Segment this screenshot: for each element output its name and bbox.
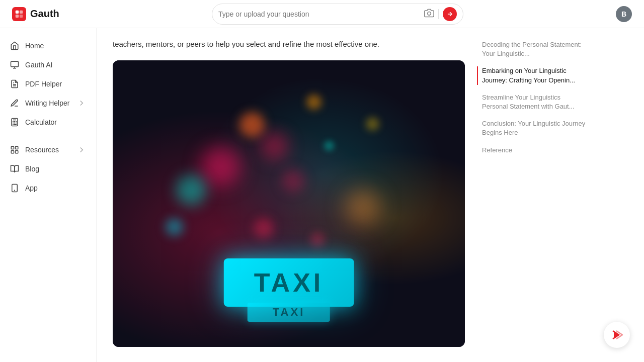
sidebar-label-writing-helper: Writing Helper bbox=[25, 99, 69, 107]
header: Gauth B bbox=[0, 0, 644, 28]
sidebar-label-calculator: Calculator bbox=[25, 118, 57, 126]
svg-rect-21 bbox=[16, 146, 18, 149]
toc-sidebar: Decoding the Personal Statement: Your Li… bbox=[477, 38, 588, 352]
sidebar-item-pdf-helper[interactable]: PDF Helper bbox=[0, 74, 96, 94]
logo[interactable]: Gauth bbox=[12, 7, 59, 21]
camera-icon[interactable] bbox=[424, 8, 434, 20]
toc-item-1[interactable]: Decoding the Personal Statement: Your Li… bbox=[477, 40, 588, 58]
sidebar-label-gauth-ai: Gauth AI bbox=[25, 61, 52, 69]
sidebar: Home Gauth AI PDF Helper Writing He bbox=[0, 28, 97, 362]
taxi-scene: TAXI TAXI bbox=[113, 60, 465, 347]
chevron-right-icon bbox=[77, 99, 86, 108]
pdf-icon bbox=[10, 79, 19, 88]
search-submit-button[interactable] bbox=[443, 7, 457, 21]
search-divider bbox=[438, 9, 439, 19]
sidebar-label-pdf-helper: PDF Helper bbox=[25, 80, 62, 88]
layout: Home Gauth AI PDF Helper Writing He bbox=[0, 28, 644, 362]
sidebar-item-blog[interactable]: Blog bbox=[0, 159, 96, 178]
app-icon bbox=[10, 184, 19, 193]
sidebar-item-calculator[interactable]: Calculator bbox=[0, 113, 96, 132]
article-area: teachers, mentors, or peers to help you … bbox=[113, 38, 465, 352]
svg-rect-20 bbox=[11, 146, 14, 149]
logo-icon bbox=[12, 7, 26, 21]
toc-item-4[interactable]: Conclusion: Your Linguistic Journey Begi… bbox=[477, 119, 588, 137]
sidebar-label-resources: Resources bbox=[25, 146, 59, 154]
sidebar-label-app: App bbox=[25, 184, 38, 192]
taxi-text-bottom: TAXI bbox=[273, 306, 305, 319]
svg-rect-3 bbox=[20, 14, 23, 17]
resources-icon bbox=[10, 145, 19, 154]
article-intro: teachers, mentors, or peers to help you … bbox=[113, 38, 465, 50]
search-bar bbox=[212, 4, 463, 25]
svg-rect-5 bbox=[11, 61, 19, 67]
chevron-right-icon-2 bbox=[77, 145, 86, 154]
sidebar-divider bbox=[8, 136, 88, 136]
fab-icon bbox=[610, 328, 624, 342]
svg-rect-22 bbox=[11, 151, 14, 153]
sidebar-item-app[interactable]: App bbox=[0, 178, 96, 198]
toc-item-3[interactable]: Streamline Your Linguistics Personal Sta… bbox=[477, 93, 588, 111]
ai-icon bbox=[10, 60, 19, 69]
svg-rect-1 bbox=[20, 10, 23, 13]
toc-item-5[interactable]: Reference bbox=[477, 146, 588, 155]
svg-rect-2 bbox=[16, 14, 19, 17]
brand-svg bbox=[15, 10, 24, 19]
sidebar-item-gauth-ai[interactable]: Gauth AI bbox=[0, 55, 96, 74]
svg-rect-23 bbox=[16, 151, 18, 153]
sidebar-item-home[interactable]: Home bbox=[0, 36, 96, 55]
search-input[interactable] bbox=[218, 10, 420, 18]
toc-item-2[interactable]: Embarking on Your Linguistic Journey: Cr… bbox=[477, 66, 588, 84]
main-content: teachers, mentors, or peers to help you … bbox=[97, 28, 644, 362]
blog-icon bbox=[10, 164, 19, 173]
sidebar-item-writing-helper[interactable]: Writing Helper bbox=[0, 94, 96, 113]
calculator-icon bbox=[10, 118, 19, 127]
avatar[interactable]: B bbox=[616, 6, 632, 22]
taxi-sign: TAXI bbox=[224, 258, 354, 307]
sidebar-label-home: Home bbox=[25, 42, 44, 50]
sidebar-item-resources[interactable]: Resources bbox=[0, 140, 96, 159]
fab-button[interactable] bbox=[604, 322, 630, 348]
svg-point-4 bbox=[428, 12, 431, 15]
logo-text: Gauth bbox=[30, 8, 59, 20]
svg-rect-0 bbox=[16, 10, 19, 13]
taxi-sign-bottom: TAXI bbox=[248, 303, 330, 322]
sidebar-label-blog: Blog bbox=[25, 165, 39, 173]
home-icon bbox=[10, 41, 19, 50]
taxi-text: TAXI bbox=[254, 267, 324, 298]
article-image: TAXI TAXI bbox=[113, 60, 465, 347]
writing-icon bbox=[10, 99, 19, 108]
